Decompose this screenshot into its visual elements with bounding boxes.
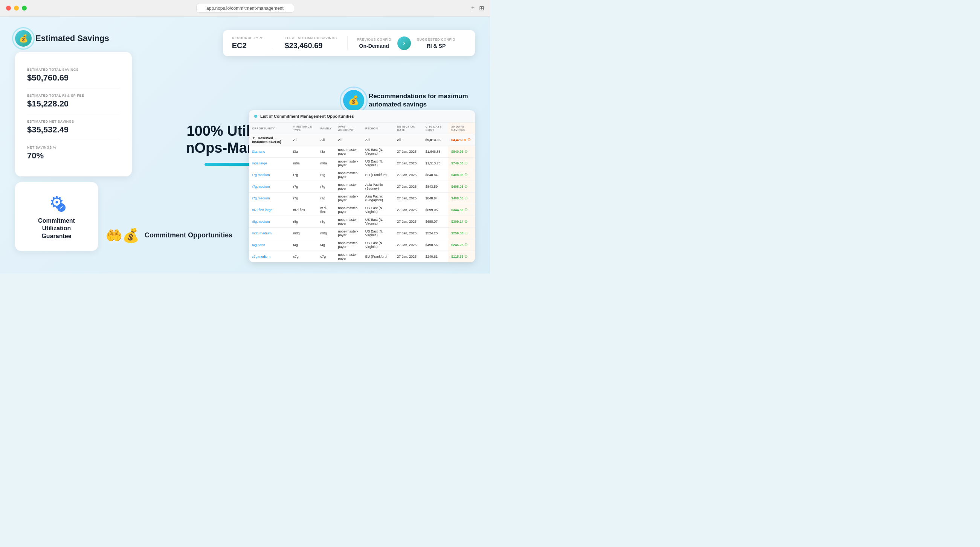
row-opportunity[interactable]: t3a.nano xyxy=(249,146,290,158)
group-row-ec2[interactable]: ▼ Reserved Instances EC2(16) All All All… xyxy=(249,134,475,146)
row-opportunity[interactable]: r7g.medium xyxy=(249,193,290,204)
row-savings: $408.03 ☉ xyxy=(448,181,475,193)
commitment-table: OPPORTUNITY # INSTANCE TYPE FAMILY AWS A… xyxy=(249,123,475,262)
row-family: r7g xyxy=(318,193,335,204)
row-region: EU (Frankfurt) xyxy=(362,169,394,181)
row-opportunity[interactable]: m8g.medium xyxy=(249,228,290,239)
row-cost: $843.59 xyxy=(422,181,448,193)
row-region: US East (N. Virginia) xyxy=(362,239,394,251)
table-dot-icon xyxy=(254,115,257,118)
row-instance-type: m8g xyxy=(290,228,317,239)
table-row[interactable]: m6a.large m6a m6a nops-master-payer US E… xyxy=(249,158,475,169)
row-account: nops-master-payer xyxy=(335,204,362,216)
row-opportunity[interactable]: c7g.medium xyxy=(249,251,290,263)
row-opportunity[interactable]: m6a.large xyxy=(249,158,290,169)
row-cost: $240.61 xyxy=(422,251,448,263)
row-family: m8g xyxy=(318,228,335,239)
new-tab-icon[interactable]: + xyxy=(471,5,474,12)
recommendations-text: Recommendations for maximum automated sa… xyxy=(369,92,475,109)
row-account: nops-master-payer xyxy=(335,169,362,181)
row-cost: $524.20 xyxy=(422,228,448,239)
row-instance-type: r7g xyxy=(290,181,317,193)
col-detection-date: DETECTION DATE xyxy=(394,123,423,134)
check-icon: ✓ xyxy=(57,203,65,212)
col-instance-type: # INSTANCE TYPE xyxy=(290,123,317,134)
config-arrow-icon: › xyxy=(397,36,411,50)
estimated-total-row: ESTIMATED TOTAL SAVINGS $50,760.69 xyxy=(27,62,120,89)
group-savings: $4,425.00 ☉ xyxy=(448,134,475,146)
table-row[interactable]: r8g.medium r8g r8g nops-master-payer US … xyxy=(249,216,475,228)
row-detection: 27 Jan, 2025 xyxy=(394,228,423,239)
group-region: All xyxy=(362,134,394,146)
row-cost: $848.84 xyxy=(422,169,448,181)
table-row[interactable]: t3a.nano t3a t3a nops-master-payer US Ea… xyxy=(249,146,475,158)
address-bar[interactable]: app.nops.io/commitment-management xyxy=(196,4,294,13)
minimize-dot[interactable] xyxy=(14,6,19,11)
table-row[interactable]: r7g.medium r7g r7g nops-master-payer EU … xyxy=(249,169,475,181)
row-account: nops-master-payer xyxy=(335,216,362,228)
row-instance-type: r8g xyxy=(290,216,317,228)
col-opportunity: OPPORTUNITY xyxy=(249,123,290,134)
group-opportunity: ▼ Reserved Instances EC2(16) xyxy=(249,134,290,146)
row-savings: $245.28 ☉ xyxy=(448,239,475,251)
row-opportunity[interactable]: r7g.medium xyxy=(249,169,290,181)
row-family: r7g xyxy=(318,181,335,193)
row-detection: 27 Jan, 2025 xyxy=(394,251,423,263)
estimated-net-value: $35,532.49 xyxy=(27,125,120,135)
row-region: US East (N. Virginia) xyxy=(362,158,394,169)
row-opportunity[interactable]: r7g.medium xyxy=(249,181,290,193)
row-detection: 27 Jan, 2025 xyxy=(394,181,423,193)
net-pct-value: 70% xyxy=(27,151,120,161)
row-cost: $490.56 xyxy=(422,239,448,251)
table-row[interactable]: m8g.medium m8g m8g nops-master-payer US … xyxy=(249,228,475,239)
row-region: Asia Pacific (Sydney) xyxy=(362,181,394,193)
row-instance-type: r7g xyxy=(290,193,317,204)
table-row[interactable]: r7g.medium r7g r7g nops-master-payer Asi… xyxy=(249,193,475,204)
col-cost: C 30 DAYS COST xyxy=(422,123,448,134)
util-title: Commitment Utilization Guarantee xyxy=(27,217,86,240)
table-header-row: OPPORTUNITY # INSTANCE TYPE FAMILY AWS A… xyxy=(249,123,475,134)
savings-card: ESTIMATED TOTAL SAVINGS $50,760.69 ESTIM… xyxy=(15,52,132,176)
group-family: All xyxy=(318,134,335,146)
row-cost: $848.84 xyxy=(422,193,448,204)
row-family: m6a xyxy=(318,158,335,169)
row-region: US East (N. Virginia) xyxy=(362,146,394,158)
total-savings-value: $23,460.69 xyxy=(285,41,337,50)
table-section: List of Commitment Management Opportunit… xyxy=(249,110,475,262)
row-savings: $259.36 ☉ xyxy=(448,228,475,239)
row-detection: 27 Jan, 2025 xyxy=(394,158,423,169)
row-instance-type: t3a xyxy=(290,146,317,158)
net-pct-row: NET SAVINGS % 70% xyxy=(27,140,120,166)
close-dot[interactable] xyxy=(6,6,11,11)
net-pct-label: NET SAVINGS % xyxy=(27,146,120,149)
col-aws-account: AWS ACCOUNT xyxy=(335,123,362,134)
row-instance-type: m7i-flex xyxy=(290,204,317,216)
row-opportunity[interactable]: r8g.medium xyxy=(249,216,290,228)
row-savings: $309.14 ☉ xyxy=(448,216,475,228)
row-detection: 27 Jan, 2025 xyxy=(394,193,423,204)
col-savings: 30 DAYS SAVINGS xyxy=(448,123,475,134)
resource-type-section: RESOURCE TYPE EC2 xyxy=(232,36,275,50)
total-savings-label: TOTAL AUTOMATIC SAVINGS xyxy=(285,36,337,40)
estimated-ri-sp-row: ESTIMATED TOTAL RI & SP FEE $15,228.20 xyxy=(27,89,120,114)
table-row[interactable]: m7i-flex.large m7i-flex m7i-flex nops-ma… xyxy=(249,204,475,216)
row-opportunity[interactable]: m7i-flex.large xyxy=(249,204,290,216)
row-family: m7i-flex xyxy=(318,204,335,216)
table-row[interactable]: c7g.medium c7g c7g nops-master-payer EU … xyxy=(249,251,475,263)
table-row[interactable]: r7g.medium r7g r7g nops-master-payer Asi… xyxy=(249,181,475,193)
row-opportunity[interactable]: t4g.nano xyxy=(249,239,290,251)
table-body: ▼ Reserved Instances EC2(16) All All All… xyxy=(249,134,475,263)
estimated-net-row: ESTIMATED NET SAVINGS $35,532.49 xyxy=(27,114,120,140)
group-cost: $9,013.05 xyxy=(422,134,448,146)
row-account: nops-master-payer xyxy=(335,158,362,169)
commitment-util-card: ⚙ ✓ Commitment Utilization Guarantee xyxy=(15,182,98,251)
browser-actions: + ⊞ xyxy=(471,5,484,12)
row-family: c7g xyxy=(318,251,335,263)
window-icon[interactable]: ⊞ xyxy=(479,5,484,12)
row-cost: $688.07 xyxy=(422,216,448,228)
table-title: List of Commitment Management Opportunit… xyxy=(260,114,354,119)
table-row[interactable]: t4g.nano t4g t4g nops-master-payer US Ea… xyxy=(249,239,475,251)
row-savings: $840.96 ☉ xyxy=(448,146,475,158)
maximize-dot[interactable] xyxy=(22,6,27,11)
row-instance-type: c7g xyxy=(290,251,317,263)
